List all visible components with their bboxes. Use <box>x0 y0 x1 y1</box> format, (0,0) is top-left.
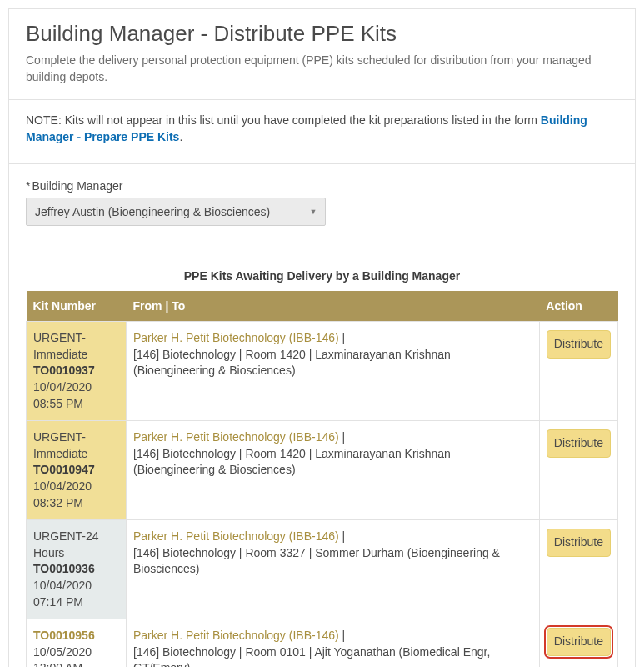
to-location: [146] Biotechnology | Room 3327 | Sommer… <box>133 545 532 578</box>
from-building-link[interactable]: Parker H. Petit Biotechnology (IBB-146) <box>133 529 339 543</box>
distribute-button[interactable]: Distribute <box>547 330 611 359</box>
kit-number: TO0010947 <box>33 462 119 479</box>
note-prefix: NOTE: Kits will not appear in this list … <box>26 113 541 127</box>
table-row: URGENT-ImmediateTO001093710/04/2020 08:5… <box>27 322 618 421</box>
from-building-link[interactable]: Parker H. Petit Biotechnology (IBB-146) <box>133 430 339 444</box>
kit-urgency: URGENT-Immediate <box>33 429 119 462</box>
distribute-button[interactable]: Distribute <box>547 628 611 656</box>
col-from-to: From | To <box>127 291 540 322</box>
to-location: [146] Biotechnology | Room 1420 | Laxmin… <box>133 347 532 379</box>
from-building-link[interactable]: Parker H. Petit Biotechnology (IBB-146) <box>133 629 339 642</box>
page-card: Building Manager - Distribute PPE Kits C… <box>8 8 636 667</box>
kit-date: 10/04/2020 07:14 PM <box>33 578 119 610</box>
kit-date: 10/04/2020 08:55 PM <box>33 379 119 412</box>
action-cell: Distribute <box>539 619 617 667</box>
action-cell: Distribute <box>539 520 617 619</box>
header-section: Building Manager - Distribute PPE Kits C… <box>9 9 635 100</box>
kit-number-cell: URGENT-ImmediateTO001093710/04/2020 08:5… <box>27 322 127 421</box>
action-cell: Distribute <box>539 421 617 520</box>
page-title: Building Manager - Distribute PPE Kits <box>26 21 618 47</box>
note-section: NOTE: Kits will not appear in this list … <box>9 100 635 164</box>
building-manager-label-text: Building Manager <box>32 179 122 193</box>
kit-number-cell: URGENT-24 HoursTO001093610/04/2020 07:14… <box>27 520 127 619</box>
table-row: URGENT-24 HoursTO001093610/04/2020 07:14… <box>27 520 618 619</box>
pipe-separator: | <box>339 529 346 543</box>
building-manager-select-value: Jeffrey Austin (Bioengineering & Bioscie… <box>26 198 326 226</box>
table-row: URGENT-ImmediateTO001094710/04/2020 08:3… <box>27 421 618 520</box>
kit-urgency: URGENT-24 Hours <box>33 529 119 561</box>
table-caption: PPE Kits Awaiting Delivery by a Building… <box>26 269 618 283</box>
pipe-separator: | <box>339 629 346 642</box>
kit-number-cell: TO001095610/05/2020 12:00 AM <box>27 619 127 667</box>
distribute-button[interactable]: Distribute <box>547 529 611 557</box>
kit-date: 10/04/2020 08:32 PM <box>33 479 119 511</box>
required-asterisk: * <box>26 179 30 193</box>
distribute-button[interactable]: Distribute <box>547 429 611 458</box>
page-subtitle: Complete the delivery personal protectio… <box>26 52 618 86</box>
col-kit-number: Kit Number <box>27 291 127 322</box>
note-suffix: . <box>179 130 182 143</box>
from-to-cell: Parker H. Petit Biotechnology (IBB-146) … <box>127 421 540 520</box>
chevron-down-icon: ▼ <box>304 201 322 223</box>
pipe-separator: | <box>339 331 346 344</box>
controls-section: *Building Manager Jeffrey Austin (Bioeng… <box>9 163 635 236</box>
action-cell: Distribute <box>539 322 617 421</box>
pipe-separator: | <box>339 430 346 444</box>
building-manager-label: *Building Manager <box>26 179 618 193</box>
kit-urgency: URGENT-Immediate <box>33 330 119 363</box>
from-to-cell: Parker H. Petit Biotechnology (IBB-146) … <box>127 322 540 421</box>
kit-number: TO0010936 <box>33 561 119 578</box>
from-to-cell: Parker H. Petit Biotechnology (IBB-146) … <box>127 520 540 619</box>
table-wrap: PPE Kits Awaiting Delivery by a Building… <box>9 236 635 667</box>
table-header-row: Kit Number From | To Action <box>27 291 618 322</box>
kit-number[interactable]: TO0010956 <box>33 628 119 644</box>
kits-table: Kit Number From | To Action URGENT-Immed… <box>26 291 618 667</box>
building-manager-select[interactable]: Jeffrey Austin (Bioengineering & Bioscie… <box>26 198 326 226</box>
to-location: [146] Biotechnology | Room 0101 | Ajit Y… <box>133 644 532 667</box>
from-building-link[interactable]: Parker H. Petit Biotechnology (IBB-146) <box>133 331 339 344</box>
from-to-cell: Parker H. Petit Biotechnology (IBB-146) … <box>127 619 540 667</box>
table-row: TO001095610/05/2020 12:00 AMParker H. Pe… <box>27 619 618 667</box>
to-location: [146] Biotechnology | Room 1420 | Laxmin… <box>133 446 532 479</box>
col-action: Action <box>539 291 617 322</box>
kit-number: TO0010937 <box>33 363 119 379</box>
kit-number-cell: URGENT-ImmediateTO001094710/04/2020 08:3… <box>27 421 127 520</box>
kit-date: 10/05/2020 12:00 AM <box>33 644 119 667</box>
